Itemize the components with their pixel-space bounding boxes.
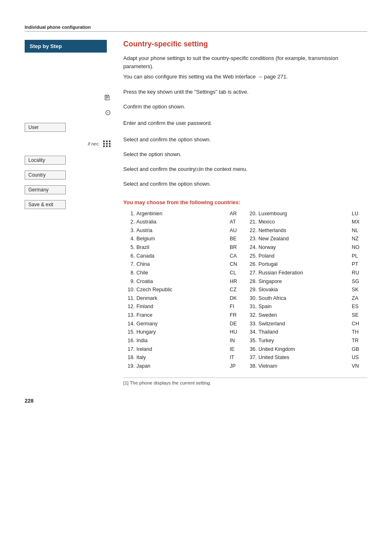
country-code: FR bbox=[230, 311, 241, 320]
country-name: Germany bbox=[136, 320, 228, 328]
list-item: 26.PortugalPT bbox=[245, 260, 363, 269]
country-name: France bbox=[136, 311, 228, 320]
country-num: 25. bbox=[245, 252, 257, 260]
doc-icon: 🖹 bbox=[104, 94, 111, 102]
list-item: 18.ItalyIT bbox=[123, 353, 241, 362]
country-num: 11. bbox=[123, 294, 135, 303]
country-code: SG bbox=[352, 277, 363, 286]
list-item: 34.ThailandTH bbox=[245, 328, 363, 336]
country-name: Austria bbox=[136, 226, 228, 235]
country-code: BR bbox=[230, 243, 241, 252]
page-number: 228 bbox=[25, 398, 367, 404]
country-num: 9. bbox=[123, 277, 135, 286]
country-code: JP bbox=[230, 362, 241, 371]
intro-block: Adapt your phone settings to suit the co… bbox=[123, 54, 367, 81]
country-name: Czech Republic bbox=[136, 286, 228, 294]
list-item: 8.ChileCL bbox=[123, 269, 241, 277]
save-exit-key[interactable]: Save & exit bbox=[25, 200, 66, 209]
country-code: NZ bbox=[352, 235, 363, 243]
country-key[interactable]: Country bbox=[25, 170, 66, 180]
country-code: SE bbox=[352, 311, 363, 320]
country-code: AT bbox=[230, 218, 241, 226]
country-name: Spain bbox=[258, 302, 350, 311]
country-num: 18. bbox=[123, 353, 135, 362]
country-code: CA bbox=[230, 252, 241, 260]
save-exit-key-row: Save & exit bbox=[25, 197, 115, 212]
country-code: GB bbox=[352, 345, 363, 354]
list-item: 20.LuxembourgLU bbox=[245, 210, 363, 218]
country-name: Poland bbox=[258, 252, 350, 260]
left-column: Step by Step 🖹 ⊙ User if nec. bbox=[25, 40, 115, 385]
country-num: 28. bbox=[245, 277, 257, 286]
list-item: 37.United StatesUS bbox=[245, 353, 363, 362]
country-code: HU bbox=[230, 328, 241, 336]
country-num: 35. bbox=[245, 336, 257, 345]
country-num: 33. bbox=[245, 320, 257, 328]
list-item: 12.FinlandFI bbox=[123, 302, 241, 311]
country-name: United Kingdom bbox=[258, 345, 350, 354]
country-code: HR bbox=[230, 277, 241, 286]
country-name: Chile bbox=[136, 269, 228, 277]
country-code: ES bbox=[352, 302, 363, 311]
country-name: United States bbox=[258, 353, 350, 362]
if-nec-container: if nec. bbox=[88, 140, 111, 147]
country-num: 32. bbox=[245, 311, 257, 320]
list-item: 29.SlovakiaSK bbox=[245, 286, 363, 294]
country-code: IT bbox=[230, 353, 241, 362]
keypad-icon bbox=[103, 140, 111, 147]
country-name: South Africa bbox=[258, 294, 350, 303]
country-code: PT bbox=[352, 260, 363, 269]
country-name: Mexico bbox=[258, 218, 350, 226]
country-name: Italy bbox=[136, 353, 228, 362]
country-name: Ireland bbox=[136, 345, 228, 354]
country-num: 12. bbox=[123, 302, 135, 311]
country-num: 26. bbox=[245, 260, 257, 269]
list-item: 15.HungaryHU bbox=[123, 328, 241, 336]
list-item: 23.New ZealandNZ bbox=[245, 235, 363, 243]
country-code: TH bbox=[352, 328, 363, 336]
list-item: 22.NetherlandsNL bbox=[245, 226, 363, 235]
list-item: 10.Czech RepublicCZ bbox=[123, 286, 241, 294]
list-item: 30.South AfricaZA bbox=[245, 294, 363, 303]
country-num: 1. bbox=[123, 210, 135, 218]
country-num: 14. bbox=[123, 320, 135, 328]
country-num: 29. bbox=[245, 286, 257, 294]
country-code: DK bbox=[230, 294, 241, 303]
user-key[interactable]: User bbox=[25, 123, 66, 132]
step-password: Enter and confirm the user password. bbox=[123, 115, 367, 133]
country-code: MX bbox=[352, 218, 363, 226]
country-code: CN bbox=[230, 260, 241, 269]
country-name: Thailand bbox=[258, 328, 350, 336]
germany-key[interactable]: Germany bbox=[25, 185, 66, 194]
country-num: 13. bbox=[123, 311, 135, 320]
country-name: Japan bbox=[136, 362, 228, 371]
locality-key[interactable]: Locality bbox=[25, 156, 66, 165]
countries-title: You may choose from the following countr… bbox=[123, 199, 367, 205]
user-key-row: User bbox=[25, 120, 115, 135]
list-item: 36.United KingdomGB bbox=[245, 345, 363, 354]
country-num: 22. bbox=[245, 226, 257, 235]
country-num: 17. bbox=[123, 345, 135, 354]
list-item: 33.SwitzerlandCH bbox=[245, 320, 363, 328]
list-item: 32.SwedenSE bbox=[245, 311, 363, 320]
page-title: Country-specific setting bbox=[123, 40, 367, 48]
country-name: Argentinien bbox=[136, 210, 228, 218]
country-name: Sweden bbox=[258, 311, 350, 320]
country-code: NL bbox=[352, 226, 363, 235]
country-name: China bbox=[136, 260, 228, 269]
country-num: 31. bbox=[245, 302, 257, 311]
country-num: 34. bbox=[245, 328, 257, 336]
country-name: Finland bbox=[136, 302, 228, 311]
country-name: India bbox=[136, 336, 228, 345]
list-item: 13.FranceFR bbox=[123, 311, 241, 320]
country-name: Brazil bbox=[136, 243, 228, 252]
country-code: FI bbox=[230, 302, 241, 311]
country-num: 16. bbox=[123, 336, 135, 345]
country-code: LU bbox=[352, 210, 363, 218]
step-locality: Select and confirm the option shown. bbox=[123, 133, 367, 147]
country-name: Russian Federation bbox=[258, 269, 350, 277]
country-num: 19. bbox=[123, 362, 135, 371]
country-num: 24. bbox=[245, 243, 257, 252]
list-item: 9.CroatiaHR bbox=[123, 277, 241, 286]
list-item: 25.PolandPL bbox=[245, 252, 363, 260]
